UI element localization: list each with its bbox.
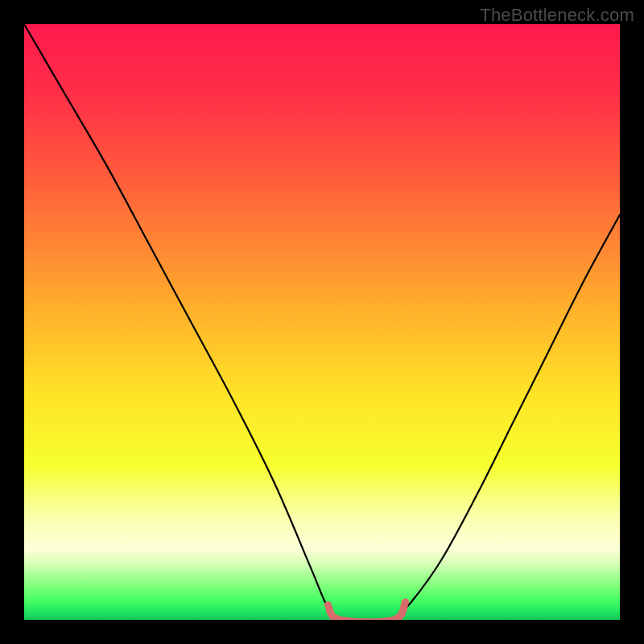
plot-area bbox=[24, 24, 620, 620]
watermark-text: TheBottleneck.com bbox=[480, 5, 634, 26]
bottom-highlight bbox=[328, 602, 405, 620]
curve-layer bbox=[24, 24, 620, 620]
chart-frame: TheBottleneck.com bbox=[0, 0, 644, 644]
bottleneck-curve bbox=[24, 24, 620, 620]
